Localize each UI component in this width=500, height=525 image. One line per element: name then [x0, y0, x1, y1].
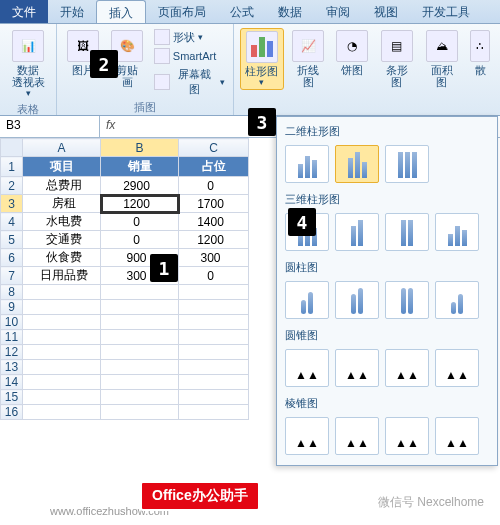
row-header[interactable]: 8: [1, 285, 23, 300]
pivot-table-button[interactable]: 📊 数据 透视表 ▾: [6, 28, 50, 100]
cell[interactable]: 项目: [23, 157, 101, 177]
cell[interactable]: [23, 390, 101, 405]
row-header[interactable]: 12: [1, 345, 23, 360]
cell[interactable]: [23, 345, 101, 360]
bar-chart-button[interactable]: ▤ 条形图: [376, 28, 417, 90]
cell[interactable]: 房租: [23, 195, 101, 213]
name-box[interactable]: B3: [0, 116, 100, 137]
row-header[interactable]: 3: [1, 195, 23, 213]
row-header[interactable]: 6: [1, 249, 23, 267]
cell[interactable]: 交通费: [23, 231, 101, 249]
chart-3d-column[interactable]: [435, 213, 479, 251]
cell[interactable]: [101, 360, 179, 375]
cell[interactable]: [101, 405, 179, 420]
cell[interactable]: 2900: [101, 177, 179, 195]
chart-3d-100stacked[interactable]: [385, 213, 429, 251]
cell[interactable]: [179, 390, 249, 405]
cell[interactable]: [23, 285, 101, 300]
row-header[interactable]: 7: [1, 267, 23, 285]
chart-cone-1[interactable]: ▲▲: [285, 349, 329, 387]
cell[interactable]: [23, 315, 101, 330]
cell[interactable]: [179, 405, 249, 420]
cell[interactable]: [101, 300, 179, 315]
tab-file[interactable]: 文件: [0, 0, 48, 23]
cell[interactable]: 0: [179, 177, 249, 195]
area-chart-button[interactable]: ⛰ 面积图: [421, 28, 462, 90]
cell[interactable]: 总费用: [23, 177, 101, 195]
col-header-c[interactable]: C: [179, 139, 249, 157]
cell[interactable]: [101, 285, 179, 300]
tab-layout[interactable]: 页面布局: [146, 0, 218, 23]
chart-2d-100stacked[interactable]: [385, 145, 429, 183]
cell[interactable]: 占位: [179, 157, 249, 177]
cell[interactable]: [23, 405, 101, 420]
screenshot-button[interactable]: 屏幕截图▾: [152, 66, 227, 98]
cell[interactable]: [101, 390, 179, 405]
row-header[interactable]: 11: [1, 330, 23, 345]
cell[interactable]: [101, 315, 179, 330]
shapes-button[interactable]: 形状▾: [152, 28, 227, 46]
row-header[interactable]: 15: [1, 390, 23, 405]
smartart-button[interactable]: SmartArt: [152, 47, 227, 65]
chart-pyr-1[interactable]: ▲▲: [285, 417, 329, 455]
cell[interactable]: 0: [179, 267, 249, 285]
chart-pyr-4[interactable]: ▲▲: [435, 417, 479, 455]
cell[interactable]: [23, 330, 101, 345]
chart-2d-stacked[interactable]: [335, 145, 379, 183]
cell[interactable]: 0: [101, 231, 179, 249]
scatter-chart-button[interactable]: ∴ 散: [466, 28, 494, 78]
cell[interactable]: [101, 330, 179, 345]
row-header[interactable]: 9: [1, 300, 23, 315]
row-header[interactable]: 2: [1, 177, 23, 195]
row-header[interactable]: 16: [1, 405, 23, 420]
cell[interactable]: [23, 300, 101, 315]
cell[interactable]: [101, 345, 179, 360]
row-header[interactable]: 10: [1, 315, 23, 330]
chart-cyl-2[interactable]: [335, 281, 379, 319]
cell[interactable]: [101, 375, 179, 390]
tab-formulas[interactable]: 公式: [218, 0, 266, 23]
cell-selected[interactable]: 1200: [101, 195, 179, 213]
cell[interactable]: 1700: [179, 195, 249, 213]
chart-3d-stacked[interactable]: [335, 213, 379, 251]
cell[interactable]: 销量: [101, 157, 179, 177]
cell[interactable]: [179, 300, 249, 315]
cell[interactable]: 1400: [179, 213, 249, 231]
tab-home[interactable]: 开始: [48, 0, 96, 23]
cell[interactable]: [179, 330, 249, 345]
cell[interactable]: [179, 360, 249, 375]
row-header[interactable]: 1: [1, 157, 23, 177]
line-chart-button[interactable]: 📈 折线图: [288, 28, 329, 90]
col-header-b[interactable]: B: [101, 139, 179, 157]
cell[interactable]: 0: [101, 213, 179, 231]
cell[interactable]: 日用品费: [23, 267, 101, 285]
cell[interactable]: [23, 375, 101, 390]
row-header[interactable]: 14: [1, 375, 23, 390]
tab-data[interactable]: 数据: [266, 0, 314, 23]
chart-cyl-3[interactable]: [385, 281, 429, 319]
row-header[interactable]: 4: [1, 213, 23, 231]
tab-view[interactable]: 视图: [362, 0, 410, 23]
tab-insert[interactable]: 插入: [96, 0, 146, 23]
chart-cyl-4[interactable]: [435, 281, 479, 319]
cell[interactable]: 伙食费: [23, 249, 101, 267]
cell[interactable]: [179, 315, 249, 330]
cell[interactable]: [23, 360, 101, 375]
select-all-corner[interactable]: [1, 139, 23, 157]
chart-cone-4[interactable]: ▲▲: [435, 349, 479, 387]
pie-chart-button[interactable]: ◔ 饼图: [332, 28, 372, 78]
cell[interactable]: [179, 375, 249, 390]
row-header[interactable]: 5: [1, 231, 23, 249]
fx-icon[interactable]: fx: [100, 116, 121, 137]
chart-cone-2[interactable]: ▲▲: [335, 349, 379, 387]
column-chart-button[interactable]: 柱形图 ▾: [240, 28, 284, 90]
col-header-a[interactable]: A: [23, 139, 101, 157]
row-header[interactable]: 13: [1, 360, 23, 375]
tab-review[interactable]: 审阅: [314, 0, 362, 23]
cell[interactable]: [179, 285, 249, 300]
cell[interactable]: [179, 345, 249, 360]
cell[interactable]: 300: [179, 249, 249, 267]
cell[interactable]: 水电费: [23, 213, 101, 231]
chart-pyr-2[interactable]: ▲▲: [335, 417, 379, 455]
tab-dev[interactable]: 开发工具: [410, 0, 482, 23]
